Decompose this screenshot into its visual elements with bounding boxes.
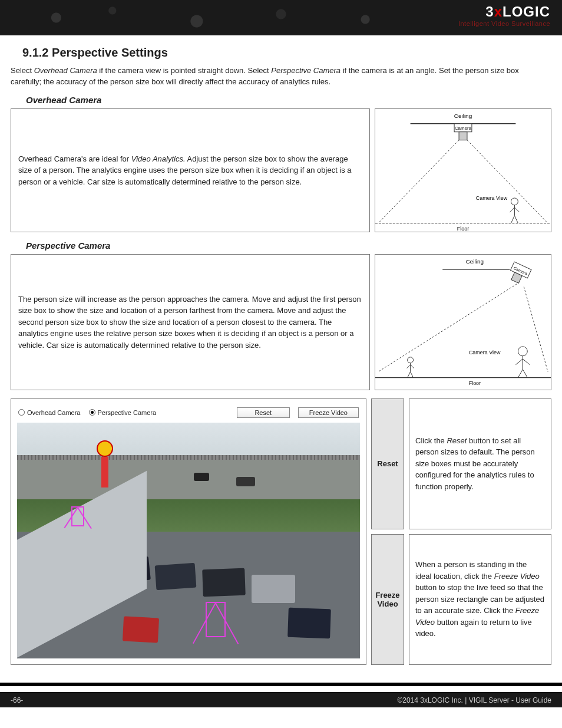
svg-line-29 xyxy=(411,365,414,368)
footer-copyright: ©2014 3xLOGIC Inc. | VIGIL Server - User… xyxy=(397,696,551,704)
reset-label-cell: Reset xyxy=(371,398,404,529)
svg-text:Camera: Camera xyxy=(455,125,472,130)
svg-text:Ceiling: Ceiling xyxy=(454,113,472,119)
person-size-box-far[interactable] xyxy=(71,506,84,526)
freeze-desc-cell: When a person is standing in the ideal l… xyxy=(409,534,551,665)
section-title: 9.1.2 Perspective Settings xyxy=(22,46,551,60)
header-banner: 3xLOGIC Intelligent Video Surveillance xyxy=(0,0,562,35)
svg-line-31 xyxy=(411,372,414,378)
svg-line-35 xyxy=(523,359,530,365)
camera-feed xyxy=(17,423,360,658)
svg-line-15 xyxy=(514,215,518,223)
perspective-text-box: The person size will increase as the per… xyxy=(11,254,370,390)
perspective-diagram: Ceiling Camera Floor Camera View xyxy=(375,254,551,390)
svg-point-26 xyxy=(408,357,414,363)
logo-pre: 3 xyxy=(485,4,494,19)
brand-logo: 3xLOGIC Intelligent Video Surveillance xyxy=(458,4,550,27)
reset-info-row: Reset Click the Reset button to set all … xyxy=(371,398,551,529)
overhead-diagram: Ceiling Camera Floor Camera View xyxy=(375,108,551,233)
svg-point-10 xyxy=(511,198,518,205)
reset-button[interactable]: Reset xyxy=(237,407,290,418)
svg-line-28 xyxy=(407,365,411,368)
radio-overhead-camera[interactable]: Overhead Camera xyxy=(18,409,81,416)
page-number: -66- xyxy=(11,696,23,704)
camera-mode-toolbar: Overhead Camera Perspective Camera Reset… xyxy=(17,405,360,423)
app-screenshot: Overhead Camera Perspective Camera Reset… xyxy=(11,398,366,665)
svg-text:Ceiling: Ceiling xyxy=(466,258,484,265)
svg-text:Floor: Floor xyxy=(457,225,469,231)
logo-tagline: Intelligent Video Surveillance xyxy=(458,20,550,27)
reset-desc-cell: Click the Reset button to set all person… xyxy=(409,398,551,529)
freeze-video-button[interactable]: Freeze Video xyxy=(298,407,359,418)
shell-sign-icon xyxy=(97,440,113,487)
svg-line-14 xyxy=(511,215,514,223)
intro-paragraph: Select Overhead Camera if the camera vie… xyxy=(11,65,551,88)
overhead-heading: Overhead Camera xyxy=(26,95,551,105)
radio-perspective-camera[interactable]: Perspective Camera xyxy=(89,409,157,416)
svg-line-5 xyxy=(378,140,459,223)
freeze-label-cell: Freeze Video xyxy=(371,534,404,665)
svg-text:Camera View: Camera View xyxy=(469,350,501,355)
svg-text:Camera View: Camera View xyxy=(476,195,508,201)
svg-line-22 xyxy=(524,287,548,372)
logo-post: LOGIC xyxy=(503,4,550,19)
svg-line-30 xyxy=(408,372,411,378)
svg-line-21 xyxy=(378,284,517,372)
svg-rect-4 xyxy=(459,131,467,140)
svg-line-34 xyxy=(515,359,523,365)
svg-line-13 xyxy=(514,207,519,212)
overhead-text-box: Overhead Camera's are ideal for Video An… xyxy=(11,108,370,233)
svg-text:Floor: Floor xyxy=(469,380,481,386)
logo-x: x xyxy=(494,4,503,19)
svg-line-12 xyxy=(510,207,514,212)
svg-line-37 xyxy=(523,370,527,378)
svg-point-32 xyxy=(518,347,527,356)
perspective-heading: Perspective Camera xyxy=(26,241,551,251)
svg-line-6 xyxy=(467,140,548,223)
freeze-info-row: Freeze Video When a person is standing i… xyxy=(371,534,551,665)
svg-line-36 xyxy=(518,370,523,378)
footer-bar: -66- ©2014 3xLOGIC Inc. | VIGIL Server -… xyxy=(0,692,562,707)
person-size-box-near[interactable] xyxy=(206,602,226,637)
